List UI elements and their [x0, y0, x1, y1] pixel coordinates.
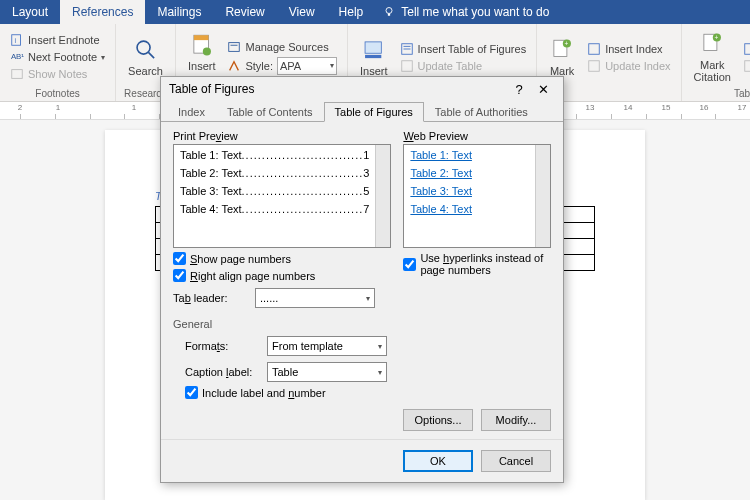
- web-preview-link[interactable]: Table 2: Text: [410, 167, 529, 179]
- web-preview-scrollbar[interactable]: [535, 145, 550, 247]
- update-toa-button: Update Table: [741, 58, 750, 74]
- dialog-tab-tof[interactable]: Table of Figures: [324, 102, 424, 122]
- tab-view[interactable]: View: [277, 0, 327, 24]
- svg-line-7: [148, 52, 154, 58]
- svg-rect-14: [365, 55, 381, 58]
- tab-mailings[interactable]: Mailings: [145, 0, 213, 24]
- mark-entry-icon: +: [549, 37, 575, 63]
- svg-text:AB¹: AB¹: [11, 52, 24, 61]
- dialog-tab-index[interactable]: Index: [167, 102, 216, 122]
- tell-me-search[interactable]: Tell me what you want to do: [383, 5, 549, 19]
- dialog-titlebar[interactable]: Table of Figures ? ✕: [161, 77, 563, 101]
- svg-rect-23: [589, 60, 600, 71]
- insert-endnote-button[interactable]: iInsert Endnote: [8, 32, 107, 48]
- svg-text:+: +: [565, 40, 569, 47]
- svg-rect-5: [12, 70, 23, 79]
- mark-citation-button[interactable]: + Mark Citation: [690, 26, 735, 88]
- tab-leader-label: Tab leader:: [173, 292, 249, 304]
- next-footnote-icon: AB¹: [10, 50, 24, 64]
- index-icon: [587, 42, 601, 56]
- options-button[interactable]: Options...: [403, 409, 473, 431]
- tab-layout[interactable]: Layout: [0, 0, 60, 24]
- svg-rect-22: [589, 43, 600, 54]
- show-notes-button: Show Notes: [8, 66, 107, 82]
- update-tof-button: Update Table: [398, 58, 529, 74]
- print-preview-line: Table 3: Text...........................…: [180, 185, 369, 197]
- formats-select[interactable]: From template▾: [267, 336, 387, 356]
- general-label: General: [173, 318, 551, 330]
- show-notes-icon: [10, 67, 24, 81]
- dialog-close-button[interactable]: ✕: [531, 82, 555, 97]
- group-footnotes: iInsert Endnote AB¹Next Footnote▾ Show N…: [0, 24, 116, 101]
- bulb-icon: [383, 6, 395, 18]
- dialog-title: Table of Figures: [169, 82, 254, 96]
- cancel-button[interactable]: Cancel: [481, 450, 551, 472]
- caption-icon: [361, 37, 387, 63]
- style-selector[interactable]: Style:APA▾: [225, 56, 339, 76]
- svg-text:i: i: [14, 37, 16, 44]
- endnote-icon: i: [10, 33, 24, 47]
- insert-index-button[interactable]: Insert Index: [585, 41, 672, 57]
- toa-icon: [743, 42, 750, 56]
- dialog-tab-toa[interactable]: Table of Authorities: [424, 102, 539, 122]
- search-icon: [133, 37, 159, 63]
- ribbon-tabs: Layout References Mailings Review View H…: [0, 0, 750, 24]
- caption-label-select[interactable]: Table▾: [267, 362, 387, 382]
- web-preview-box: Table 1: TextTable 2: TextTable 3: TextT…: [403, 144, 551, 248]
- next-footnote-button[interactable]: AB¹Next Footnote▾: [8, 49, 107, 65]
- modify-button[interactable]: Modify...: [481, 409, 551, 431]
- svg-rect-11: [229, 42, 240, 51]
- svg-point-6: [137, 41, 150, 54]
- style-icon: [227, 59, 241, 73]
- svg-point-10: [203, 47, 211, 55]
- include-label-checkbox[interactable]: [185, 386, 198, 399]
- insert-toa-button[interactable]: Insert Table of Autho: [741, 41, 750, 57]
- use-hyperlinks-label: Use hyperlinks instead of page numbers: [420, 252, 551, 276]
- svg-rect-28: [745, 60, 750, 71]
- mark-citation-icon: +: [699, 31, 725, 57]
- print-preview-line: Table 2: Text...........................…: [180, 167, 369, 179]
- web-preview-link[interactable]: Table 4: Text: [410, 203, 529, 215]
- table-of-figures-dialog: Table of Figures ? ✕ Index Table of Cont…: [160, 76, 564, 483]
- formats-label: Formats:: [185, 340, 261, 352]
- dialog-help-button[interactable]: ?: [507, 82, 531, 97]
- dialog-tabs: Index Table of Contents Table of Figures…: [161, 101, 563, 122]
- svg-rect-9: [194, 35, 209, 40]
- group-label-footnotes: Footnotes: [35, 88, 79, 101]
- svg-point-0: [386, 8, 392, 14]
- svg-rect-27: [745, 43, 750, 54]
- update-index-button: Update Index: [585, 58, 672, 74]
- insert-tof-button[interactable]: Insert Table of Figures: [398, 41, 529, 57]
- update-toa-icon: [743, 59, 750, 73]
- manage-sources-button[interactable]: Manage Sources: [225, 39, 339, 55]
- show-page-numbers-label: Show page numbers: [190, 253, 291, 265]
- svg-rect-1: [388, 14, 390, 16]
- right-align-checkbox[interactable]: [173, 269, 186, 282]
- tab-references[interactable]: References: [60, 0, 145, 24]
- svg-rect-2: [12, 35, 21, 46]
- tof-icon: [400, 42, 414, 56]
- svg-rect-18: [401, 60, 412, 71]
- svg-text:+: +: [715, 34, 719, 41]
- print-preview-box: Table 1: Text...........................…: [173, 144, 391, 248]
- ok-button[interactable]: OK: [403, 450, 473, 472]
- right-align-label: Right align page numbers: [190, 270, 315, 282]
- web-preview-label: Web Preview: [403, 130, 551, 142]
- include-label-label: Include label and number: [202, 387, 326, 399]
- update-icon: [400, 59, 414, 73]
- tab-review[interactable]: Review: [213, 0, 276, 24]
- group-authorities: + Mark Citation Insert Table of Autho Up…: [682, 24, 750, 101]
- show-page-numbers-checkbox[interactable]: [173, 252, 186, 265]
- web-preview-link[interactable]: Table 1: Text: [410, 149, 529, 161]
- use-hyperlinks-checkbox[interactable]: [403, 258, 416, 271]
- tab-help[interactable]: Help: [327, 0, 376, 24]
- dialog-tab-toc[interactable]: Table of Contents: [216, 102, 324, 122]
- manage-sources-icon: [227, 40, 241, 54]
- citation-icon: [189, 32, 215, 58]
- print-preview-line: Table 1: Text...........................…: [180, 149, 369, 161]
- tab-leader-select[interactable]: ......▾: [255, 288, 375, 308]
- print-preview-scrollbar[interactable]: [375, 145, 390, 247]
- caption-label-label: Caption label:: [185, 366, 261, 378]
- print-preview-label: Print Preview: [173, 130, 391, 142]
- web-preview-link[interactable]: Table 3: Text: [410, 185, 529, 197]
